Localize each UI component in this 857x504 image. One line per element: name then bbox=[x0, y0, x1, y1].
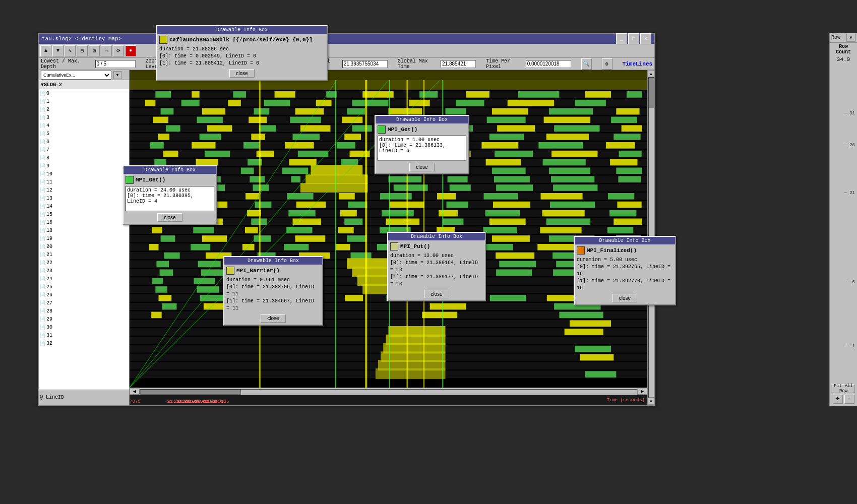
svg-rect-96 bbox=[341, 159, 358, 166]
scroll-up-btn[interactable]: ▲ bbox=[648, 70, 655, 77]
svg-rect-202 bbox=[242, 244, 255, 250]
row-dropdown-btn[interactable]: ▼ bbox=[846, 34, 855, 42]
maximize-btn[interactable]: □ bbox=[628, 33, 639, 44]
forward-btn[interactable]: ⇒ bbox=[101, 45, 112, 56]
info-box-2-close-btn[interactable]: close bbox=[157, 213, 182, 222]
svg-rect-18 bbox=[264, 100, 290, 106]
tree-item-25[interactable]: 📄25 bbox=[39, 283, 129, 291]
svg-rect-90 bbox=[619, 151, 642, 157]
minimize-btn[interactable]: _ bbox=[616, 33, 627, 44]
tree-item-22[interactable]: 📄22 bbox=[39, 259, 129, 267]
nav-down-btn[interactable]: ▼ bbox=[52, 45, 64, 56]
scroll-down-btn[interactable]: ▼ bbox=[648, 398, 655, 405]
svg-rect-162 bbox=[439, 210, 458, 217]
nav-up-btn[interactable]: ▲ bbox=[40, 45, 51, 56]
svg-rect-16 bbox=[181, 100, 200, 106]
sync-btn[interactable]: ⟳ bbox=[113, 45, 124, 56]
tree-item-27[interactable]: 📄27 bbox=[39, 299, 129, 307]
tree-item-29[interactable]: 📄29 bbox=[39, 315, 129, 323]
tree-item-4[interactable]: 📄4 bbox=[39, 121, 129, 130]
tree-item-20[interactable]: 📄20 bbox=[39, 242, 129, 250]
scroll-right-btn[interactable]: ► bbox=[637, 389, 647, 395]
tree-item-26[interactable]: 📄26 bbox=[39, 291, 129, 299]
fit-all-rows-btn[interactable]: Fit All Row bbox=[832, 384, 855, 393]
svg-rect-215 bbox=[351, 253, 372, 259]
tree-item-16[interactable]: 📄16 bbox=[39, 218, 129, 226]
svg-rect-95 bbox=[289, 159, 316, 166]
svg-rect-178 bbox=[152, 227, 162, 233]
tree-item-13[interactable]: 📄13 bbox=[39, 194, 129, 202]
search-btn[interactable]: 🔍 bbox=[581, 58, 592, 70]
tree-item-18[interactable]: 📄18 bbox=[39, 226, 129, 234]
paste-btn[interactable]: ⊠ bbox=[89, 45, 100, 56]
tree-item-28[interactable]: 📄28 bbox=[39, 307, 129, 315]
svg-rect-143 bbox=[608, 193, 634, 200]
tree-item-6[interactable]: 📄6 bbox=[39, 138, 129, 146]
svg-rect-175 bbox=[546, 219, 590, 225]
view-final-input[interactable] bbox=[342, 60, 388, 68]
cumulative-dropdown[interactable]: CumulativeEx... bbox=[41, 71, 111, 80]
tree-item-5[interactable]: 📄5 bbox=[39, 130, 129, 138]
tree-item-3[interactable]: 📄3 bbox=[39, 113, 129, 121]
zoom-out-btn[interactable]: - bbox=[844, 395, 854, 404]
refresh-btn[interactable]: ● bbox=[125, 45, 136, 56]
info-box-1-close-btn[interactable]: close bbox=[229, 69, 254, 78]
tree-item-21[interactable]: 📄21 bbox=[39, 250, 129, 259]
tree-item-10[interactable]: 📄10 bbox=[39, 170, 129, 178]
zoom-in-btn[interactable]: + bbox=[833, 395, 843, 404]
tree-item-14[interactable]: 📄14 bbox=[39, 202, 129, 210]
svg-rect-165 bbox=[609, 210, 636, 217]
copy-btn[interactable]: ⊞ bbox=[77, 45, 88, 56]
tree-item-11[interactable]: 📄11 bbox=[39, 178, 129, 186]
tree-item-0[interactable]: 📄0 bbox=[39, 89, 129, 97]
info-box-6-swatch bbox=[577, 246, 585, 255]
close-btn[interactable]: × bbox=[640, 33, 651, 44]
depth-input[interactable] bbox=[95, 60, 136, 68]
svg-rect-239 bbox=[496, 269, 532, 276]
tree-item-24[interactable]: 📄24 bbox=[39, 275, 129, 283]
svg-rect-191 bbox=[254, 235, 271, 242]
tree-item-1[interactable]: 📄1 bbox=[39, 97, 129, 105]
dropdown-arrow[interactable]: ▼ bbox=[113, 71, 121, 79]
time-per-pixel-input[interactable] bbox=[526, 60, 571, 68]
svg-rect-176 bbox=[614, 219, 642, 225]
scrollbar-thumb[interactable] bbox=[140, 390, 241, 395]
tree-item-19[interactable]: 📄19 bbox=[39, 234, 129, 242]
info-box-5-close-btn[interactable]: close bbox=[424, 290, 449, 298]
tree-item-7[interactable]: 📄7 bbox=[39, 146, 129, 154]
tree-root[interactable]: ▼ SLOG-2 bbox=[39, 80, 129, 89]
svg-rect-158 bbox=[247, 210, 261, 217]
tree-item-31[interactable]: 📄31 bbox=[39, 331, 129, 339]
info-box-3-scroll[interactable]: duration = 1.00 usec [0]: time = 21.3861… bbox=[378, 136, 466, 161]
svg-rect-251 bbox=[197, 286, 219, 293]
svg-rect-9 bbox=[419, 91, 438, 98]
svg-rect-192 bbox=[295, 235, 326, 242]
svg-rect-179 bbox=[193, 227, 214, 233]
scroll-left-btn[interactable]: ◄ bbox=[130, 389, 140, 395]
info-box-6: Drawable Info Box MPI_Finalized() durati… bbox=[574, 236, 676, 305]
svg-rect-99 bbox=[486, 159, 521, 166]
info-box-6-close-btn[interactable]: close bbox=[613, 294, 637, 302]
tree-item-12[interactable]: 📄12 bbox=[39, 186, 129, 194]
scrollbar-track[interactable] bbox=[140, 389, 637, 394]
tree-item-32[interactable]: 📄32 bbox=[39, 339, 129, 347]
tree-item-8[interactable]: 📄8 bbox=[39, 154, 129, 162]
scale-mark-26: — 26 bbox=[844, 143, 855, 148]
info-box-1-name: caflaunch$MAINSblk [{/proc/self/exe} {0,… bbox=[159, 36, 325, 44]
info-box-3-close-btn[interactable]: close bbox=[409, 163, 434, 171]
svg-rect-273 bbox=[151, 312, 162, 319]
info-box-2-scroll[interactable]: duration = 24.00 usec [0]: time = 21.380… bbox=[126, 186, 214, 211]
tree-item-2[interactable]: 📄2 bbox=[39, 105, 129, 113]
tree-item-9[interactable]: 📄9 bbox=[39, 162, 129, 170]
global-max-input[interactable] bbox=[441, 60, 476, 68]
vscroll-thumb[interactable] bbox=[649, 78, 655, 108]
tree-item-23[interactable]: 📄23 bbox=[39, 267, 129, 275]
horizontal-scrollbar[interactable]: ◄ ► bbox=[130, 388, 647, 395]
svg-rect-68 bbox=[614, 134, 640, 140]
settings-btn[interactable]: ⚙ bbox=[602, 58, 613, 70]
tree-item-15[interactable]: 📄15 bbox=[39, 210, 129, 218]
svg-rect-261 bbox=[345, 295, 363, 301]
tree-item-30[interactable]: 📄30 bbox=[39, 323, 129, 331]
info-box-4-close-btn[interactable]: close bbox=[261, 314, 285, 323]
edit-btn[interactable]: ✎ bbox=[65, 45, 76, 56]
